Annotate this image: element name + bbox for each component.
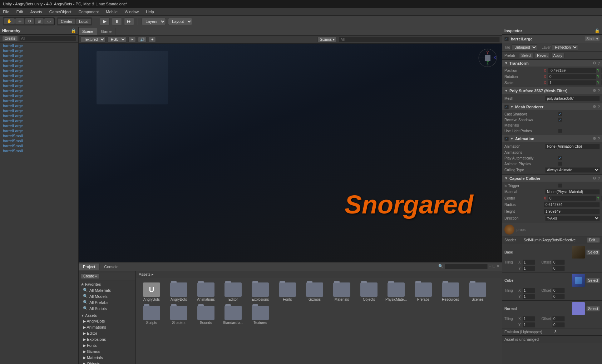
hand-tool-button[interactable]: ✋ — [4, 18, 15, 24]
layout-select[interactable]: Layout — [168, 18, 192, 25]
project-create-button[interactable]: Create ▾ — [81, 274, 99, 279]
asset-scripts[interactable]: Scripts — [139, 304, 164, 326]
static-badge[interactable]: Static ▾ — [584, 36, 600, 41]
list-item[interactable]: barrelLarge — [0, 78, 78, 83]
position-x-input[interactable] — [548, 68, 596, 73]
settings-icon[interactable]: ⚙ — [593, 104, 596, 109]
list-item[interactable]: barrelLarge — [0, 103, 78, 108]
tab-console[interactable]: Console — [100, 264, 123, 270]
asset-fonts[interactable]: Fonts — [275, 281, 300, 303]
prefab-select-button[interactable]: Select — [519, 53, 533, 58]
menu-file[interactable]: File — [1, 9, 11, 15]
proj-item-fonts[interactable]: ▶ Fonts — [79, 343, 135, 349]
prefab-apply-button[interactable]: Apply — [551, 53, 564, 58]
shader-edit-button[interactable]: Edit... — [587, 237, 600, 243]
help-icon[interactable]: ? — [598, 137, 600, 141]
scene-viewport[interactable]: Snorgared Y X Z — [79, 44, 502, 262]
settings-icon[interactable]: ⚙ — [593, 88, 596, 93]
tag-select[interactable]: Untagged — [512, 44, 537, 50]
normal-texture-preview[interactable] — [572, 302, 585, 315]
normal-offset-y-input[interactable] — [552, 322, 565, 328]
asset-scenes[interactable]: Scenes — [465, 281, 490, 303]
proj-item-all-prefabs[interactable]: 🔍 All Prefabs — [79, 299, 135, 305]
scene-lighting-button[interactable]: ☀ — [128, 37, 136, 42]
space-button[interactable]: Local — [76, 19, 91, 24]
proj-item-all-models[interactable]: 🔍 All Models — [79, 293, 135, 299]
layer-select[interactable]: Reflection — [552, 44, 578, 50]
proj-item-explosions[interactable]: ▶ Explosions — [79, 336, 135, 343]
help-icon[interactable]: ? — [598, 89, 600, 93]
pause-button[interactable]: ⏸ — [112, 18, 122, 25]
list-item[interactable]: barrelLarge — [0, 68, 78, 73]
proj-item-editor[interactable]: ▶ Editor — [79, 330, 135, 336]
lock-icon[interactable]: 🔒 — [594, 28, 600, 33]
list-item[interactable]: barrelLarge — [0, 128, 78, 133]
project-search-input[interactable] — [445, 264, 488, 269]
help-icon[interactable]: ? — [598, 176, 600, 181]
object-active-checkbox[interactable] — [504, 37, 509, 41]
center-x-input[interactable] — [548, 196, 596, 201]
list-item[interactable]: barrelLarge — [0, 98, 78, 103]
cast-shadows-checkbox[interactable] — [558, 112, 562, 116]
normal-tiling-y-input[interactable] — [523, 322, 535, 328]
list-item[interactable]: barrelLarge — [0, 58, 78, 63]
layers-select[interactable]: Layers — [142, 18, 166, 25]
cube-offset-y-input[interactable] — [552, 294, 565, 299]
list-item[interactable]: barrelLarge — [0, 43, 78, 48]
asset-editor[interactable]: Editor — [220, 281, 246, 303]
scene-fx-button[interactable]: ✦ — [149, 37, 156, 42]
base-select-button[interactable]: Select — [586, 250, 600, 255]
base-tiling-y-input[interactable] — [523, 266, 535, 271]
tab-scene[interactable]: Scene — [79, 28, 97, 35]
list-item[interactable]: barrelLarge — [0, 123, 78, 128]
proj-item-all-materials[interactable]: 🔍 All Materials — [79, 287, 135, 293]
cube-tiling-x-input[interactable] — [523, 288, 535, 293]
asset-explosions[interactable]: Explosions — [247, 281, 273, 303]
base-offset-x-input[interactable] — [552, 260, 565, 265]
normal-select-button[interactable]: Select — [586, 306, 600, 311]
culling-type-select[interactable]: Always Animate — [545, 167, 600, 173]
settings-icon[interactable]: ⚙ — [593, 61, 596, 65]
proj-item-objects[interactable]: ▶ Objects — [79, 361, 135, 364]
proj-item-all-scripts[interactable]: 🔍 All Scripts — [79, 305, 135, 311]
normal-tiling-x-input[interactable] — [523, 316, 535, 321]
list-item[interactable]: barrelSmall — [0, 138, 78, 143]
mesh-filter-header[interactable]: ▼ Poly Surface 3567 (Mesh Filter) ⚙ ? — [502, 87, 602, 94]
mesh-renderer-enable-checkbox[interactable] — [504, 105, 509, 109]
scene-audio-button[interactable]: 🔊 — [138, 37, 147, 42]
gizmos-button[interactable]: Gizmos ▾ — [317, 37, 337, 42]
asset-objects[interactable]: Objects — [356, 281, 382, 303]
hierarchy-search-input[interactable] — [19, 36, 76, 41]
list-item[interactable]: barrelLarge — [0, 83, 78, 88]
tab-game[interactable]: Game — [97, 28, 115, 35]
hierarchy-create-button[interactable]: Create — [2, 36, 18, 41]
receive-shadows-checkbox[interactable] — [558, 118, 562, 122]
base-texture-preview[interactable] — [572, 246, 585, 259]
tab-project[interactable]: Project — [79, 264, 100, 270]
list-item[interactable]: barrelSmall — [0, 133, 78, 138]
rect-tool-button[interactable]: ▭ — [44, 18, 54, 24]
cube-select-button[interactable]: Select — [586, 278, 600, 283]
animate-physics-checkbox[interactable] — [558, 162, 562, 166]
list-item[interactable]: barrelLarge — [0, 108, 78, 113]
mesh-renderer-header[interactable]: ▼ Mesh Renderer ⚙ ? — [502, 103, 602, 110]
menu-gameobject[interactable]: GameObject — [48, 9, 73, 15]
list-item[interactable]: barrelLarge — [0, 48, 78, 53]
menu-assets[interactable]: Assets — [29, 9, 44, 15]
panel-icon1[interactable]: − — [489, 264, 491, 269]
animation-enable-checkbox[interactable] — [504, 137, 509, 141]
list-item[interactable]: barrelLarge — [0, 63, 78, 68]
asset-materials[interactable]: Materials — [329, 281, 355, 303]
asset-angrybots-logo[interactable]: U AngryBots — [139, 281, 164, 303]
asset-animations[interactable]: Animations — [193, 281, 219, 303]
help-icon[interactable]: ? — [598, 105, 600, 109]
capsule-collider-header[interactable]: ▼ Capsule Collider ⚙ ? — [502, 175, 602, 182]
step-button[interactable]: ⏭ — [124, 18, 134, 25]
list-item[interactable]: barrelSmall — [0, 143, 78, 148]
asset-shaders[interactable]: Shaders — [166, 304, 192, 326]
list-item[interactable]: barrelLarge — [0, 93, 78, 98]
list-item[interactable]: barrelLarge — [0, 118, 78, 123]
list-item[interactable]: barrelSmall — [0, 148, 78, 153]
prefab-revert-button[interactable]: Revert — [535, 53, 549, 58]
asset-angrybots2[interactable]: AngryBots — [166, 281, 192, 303]
